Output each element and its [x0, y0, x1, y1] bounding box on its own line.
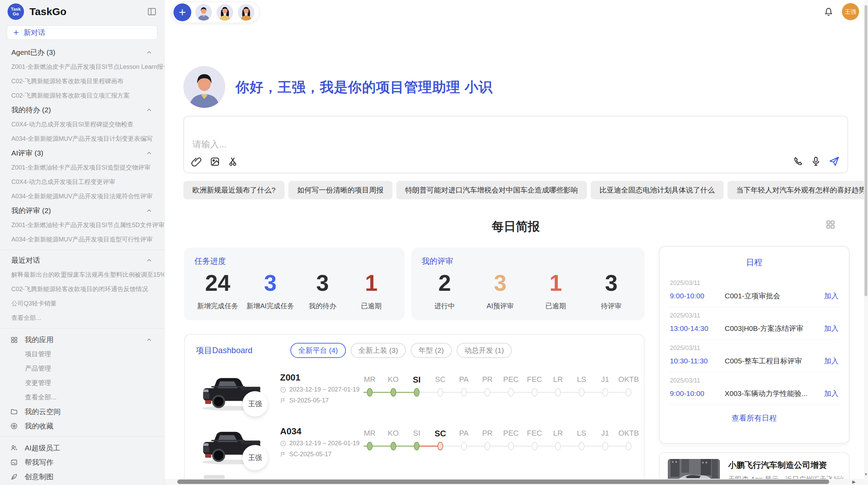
- sidebar-item-favorites[interactable]: 我的收藏: [0, 419, 164, 433]
- tab-new-body[interactable]: 全新上装 (3): [351, 343, 406, 358]
- phone-call-icon[interactable]: [793, 156, 804, 167]
- milestone-dot[interactable]: [523, 442, 546, 451]
- notifications-bell-icon[interactable]: [823, 7, 834, 17]
- collapse-sidebar-icon[interactable]: [147, 7, 157, 16]
- stat-my-todo[interactable]: 3 我的待办: [302, 271, 343, 311]
- milestone-dot[interactable]: [405, 388, 429, 397]
- image-upload-icon[interactable]: [209, 156, 220, 167]
- stat-new-done[interactable]: 24 新增完成任务: [197, 271, 238, 311]
- tab-powertrain[interactable]: 动总开发 (1): [457, 343, 512, 358]
- layout-grid-icon[interactable]: [825, 219, 835, 229]
- horizontal-scrollbar-thumb[interactable]: [177, 480, 829, 484]
- scroll-down-arrow-icon[interactable]: ▼: [864, 472, 868, 477]
- list-item[interactable]: C02-飞腾新能源轻客改款项目里程碑画布: [0, 74, 164, 88]
- suggestion-chip[interactable]: 如何写一份清晰的项目周报: [288, 181, 393, 199]
- clock-icon: [280, 387, 286, 393]
- project-row[interactable]: 王强 Z001 2023-12-19 ~ 2027-01-19 SI-2025-…: [185, 365, 644, 419]
- milestone-dot[interactable]: [523, 388, 546, 397]
- stat-review-overdue[interactable]: 1 已逾期: [535, 271, 576, 311]
- sidebar-item-change-mgmt[interactable]: 变更管理: [0, 376, 164, 390]
- list-item[interactable]: 公司Q3轻卡销量: [0, 296, 164, 311]
- milestone-dot[interactable]: [546, 442, 570, 451]
- avatar[interactable]: [216, 3, 234, 21]
- list-item[interactable]: 解释最新出台的欧盟报废车法规再生塑料比例被调至15%...: [0, 268, 164, 282]
- suggestion-chip[interactable]: 当下年轻人对汽车外观有怎样的喜好趋势: [727, 181, 868, 199]
- view-all-apps[interactable]: 查看全部...: [0, 390, 164, 405]
- scissors-icon[interactable]: [228, 156, 239, 167]
- avatar[interactable]: [237, 3, 255, 21]
- section-my-review[interactable]: 我的评审 (2): [0, 203, 164, 218]
- list-item[interactable]: Z001-全新燃油轻卡产品开发项目SI节点属性5D文件评审: [0, 218, 164, 232]
- milestone-dot[interactable]: [546, 388, 570, 397]
- view-all-schedule-link[interactable]: 查看所有日程: [660, 413, 849, 423]
- milestone-dot[interactable]: [358, 442, 382, 451]
- milestone-dot[interactable]: [475, 442, 499, 451]
- suggestion-chip[interactable]: 特朗普可能对进口汽车增税会对中国车企造成哪些影响: [396, 181, 587, 199]
- section-recent-chats[interactable]: 最近对话: [0, 253, 164, 268]
- send-message-icon[interactable]: [828, 156, 840, 167]
- milestone-dot[interactable]: [358, 388, 382, 397]
- milestone-dot[interactable]: [499, 388, 523, 397]
- milestone-dot[interactable]: [452, 442, 476, 451]
- milestone-dot[interactable]: [452, 388, 476, 397]
- milestone-dot[interactable]: [570, 442, 593, 451]
- milestone-dot[interactable]: [475, 388, 499, 397]
- join-meeting-link[interactable]: 加入: [824, 291, 839, 301]
- list-item[interactable]: C0X4-动力总成开发项目SI里程碑提交物检查: [0, 117, 164, 132]
- list-item[interactable]: C02-飞腾新能源轻客改款项目的闭环通告反馈情况: [0, 282, 164, 296]
- sidebar-item-help-write[interactable]: 帮我写作: [0, 455, 164, 470]
- milestone-dot-overdue[interactable]: [429, 442, 452, 451]
- list-item[interactable]: A034-全新新能源MUV产品开发项目造型可行性评审: [0, 232, 164, 247]
- milestone-dot[interactable]: [617, 388, 640, 397]
- new-chat-button[interactable]: 新对话: [7, 25, 157, 40]
- milestone-dot[interactable]: [382, 388, 405, 397]
- avatar[interactable]: [195, 3, 213, 21]
- sidebar-item-ai-employee[interactable]: AI超级员工: [0, 441, 164, 455]
- add-agent-button[interactable]: [173, 3, 191, 21]
- join-meeting-link[interactable]: 加入: [824, 356, 839, 366]
- list-item[interactable]: Z001-全新燃油轻卡产品开发项目SI造型提交物评审: [0, 160, 164, 175]
- view-all-chats[interactable]: 查看全部...: [0, 311, 164, 325]
- milestone-dot[interactable]: [499, 442, 523, 451]
- section-agent-done[interactable]: Agent已办 (3): [0, 45, 164, 60]
- tab-new-platform[interactable]: 全新平台 (4): [290, 343, 346, 358]
- list-item[interactable]: A034-全新新能源MUV产品开发项目计划变更表编写: [0, 132, 164, 146]
- scroll-right-arrow-icon[interactable]: ▶: [852, 479, 856, 484]
- app-logo[interactable]: Task Go: [8, 3, 24, 20]
- message-input[interactable]: [192, 139, 707, 150]
- suggestion-chip[interactable]: 比亚迪全固态电池计划具体说了什么: [591, 181, 724, 199]
- sidebar-item-product-mgmt[interactable]: 产品管理: [0, 361, 164, 376]
- milestone-dot[interactable]: [593, 388, 617, 397]
- sidebar-item-cloud-space[interactable]: 我的云空间: [0, 405, 164, 419]
- milestone-dot[interactable]: [405, 442, 429, 451]
- stat-pending-review[interactable]: 3 待评审: [591, 271, 631, 311]
- milestone-dot[interactable]: [429, 388, 452, 397]
- list-item[interactable]: Z001-全新燃油皮卡产品开发项目SI节点Lesson Learn报告: [0, 60, 164, 74]
- milestone-dot[interactable]: [570, 388, 593, 397]
- stat-ai-done[interactable]: 3 新增AI完成任务: [246, 271, 294, 311]
- sidebar-item-creative-draw[interactable]: 创意制图: [0, 470, 164, 484]
- milestone-dot[interactable]: [593, 442, 617, 451]
- list-item[interactable]: A034-全新新能源MUV产品开发项目法规符合性评审: [0, 189, 164, 203]
- stat-in-progress[interactable]: 2 进行中: [424, 271, 465, 311]
- tab-model-year[interactable]: 年型 (2): [411, 343, 452, 358]
- suggestion-chip[interactable]: 欧洲新规最近颁布了什么?: [183, 181, 285, 199]
- attach-file-icon[interactable]: [191, 156, 202, 167]
- user-avatar[interactable]: 王强: [842, 3, 859, 20]
- milestone-dot[interactable]: [382, 442, 405, 451]
- section-my-todo[interactable]: 我的待办 (2): [0, 103, 164, 117]
- microphone-icon[interactable]: [810, 156, 821, 167]
- sidebar-item-project-mgmt[interactable]: 项目管理: [0, 347, 164, 361]
- vertical-scrollbar-thumb[interactable]: [865, 5, 867, 296]
- join-meeting-link[interactable]: 加入: [824, 324, 839, 333]
- join-meeting-link[interactable]: 加入: [824, 389, 839, 398]
- sidebar-item-my-apps[interactable]: 我的应用: [0, 333, 164, 347]
- section-ai-review[interactable]: AI评审 (3): [0, 146, 164, 160]
- stat-overdue[interactable]: 1 已逾期: [351, 271, 391, 311]
- stat-ai-prereview[interactable]: 3 AI预评审: [480, 271, 520, 311]
- project-row[interactable]: 王强 A034 2023-12-19 ~ 2026-01-19 SC-2025-…: [185, 419, 644, 472]
- schedule-name: C005-整车工程目标评审: [725, 356, 824, 366]
- milestone-dot[interactable]: [617, 442, 640, 451]
- list-item[interactable]: C0X4-动力总成开发项目工程变更评审: [0, 175, 164, 189]
- list-item[interactable]: C02-飞腾新能源轻客改款项目立项汇报方案: [0, 88, 164, 103]
